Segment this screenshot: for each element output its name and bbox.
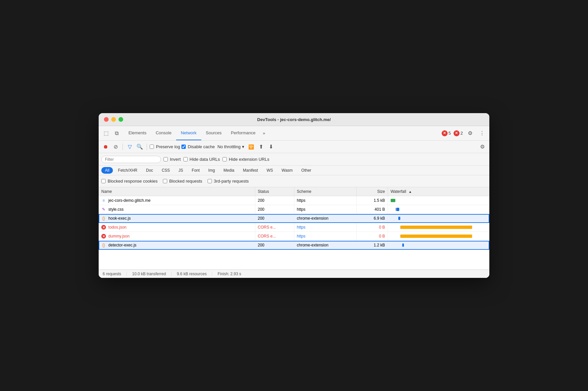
third-party-requests-checkbox[interactable]: 3rd-party requests [208,179,249,184]
row-status: CORS e... [255,223,294,232]
record-button[interactable]: ⏺ [101,143,110,151]
tab-console[interactable]: Console [151,126,176,140]
row-status: 200 [255,205,294,214]
device-toolbar-icon[interactable]: ⧉ [112,129,121,138]
row-waterfall [388,223,489,232]
hide-data-urls-checkbox[interactable]: Hide data URLs [183,157,220,162]
row-size: 1.2 kB [357,241,388,250]
waterfall-bar [402,243,404,247]
more-options-icon[interactable]: ⋮ [477,129,487,138]
hide-extension-urls-checkbox[interactable]: Hide extension URLs [222,157,269,162]
table-row[interactable]: {} hook-exec.js 200 chrome-extension 6.9… [99,214,489,223]
row-name: {} hook-exec.js [99,214,255,223]
network-table-wrapper: Name Status Scheme Size Waterfall ▲ ≡ [99,187,489,270]
row-status: 200 [255,214,294,223]
row-name: ✕ todos.json [99,223,255,232]
type-filter-all[interactable]: All [101,167,113,174]
col-header-waterfall[interactable]: Waterfall ▲ [388,187,489,196]
invert-checkbox[interactable]: Invert [164,157,181,162]
nav-tabs: Elements Console Network Sources Perform… [124,126,268,140]
row-waterfall [388,205,489,214]
table-row[interactable]: ✕ todos.json CORS e... https 0 B [99,223,489,232]
row-waterfall [388,241,489,250]
row-scheme: https [294,205,357,214]
type-filter-css[interactable]: CSS [158,167,173,174]
row-scheme: https [294,223,357,232]
filter-icon[interactable]: ▽ [125,143,134,151]
nav-icons: ⬚ ⧉ [101,129,121,138]
throttle-select[interactable]: No throttling ▾ [216,144,246,149]
blocked-response-cookies-checkbox[interactable]: Blocked response cookies [101,179,158,184]
col-header-size[interactable]: Size [357,187,388,196]
row-name: {} detector-exec.js [99,241,255,250]
tab-elements[interactable]: Elements [124,126,151,140]
type-filter-ws[interactable]: WS [263,167,276,174]
titlebar: DevTools - jec-cors-demo.glitch.me/ [99,113,489,126]
empty-row [99,250,489,270]
css-icon: ✎ [101,207,106,212]
row-name: ✎ style.css [99,205,255,214]
network-settings-icon[interactable]: ⚙ [478,143,487,151]
col-header-scheme[interactable]: Scheme [294,187,357,196]
more-tabs-button[interactable]: » [260,126,268,140]
table-row[interactable]: ✎ style.css 200 https 401 B [99,205,489,214]
row-size: 0 B [357,223,388,232]
maximize-button[interactable] [119,117,123,122]
table-row[interactable]: ✕ dummy.json CORS e... https 0 B [99,232,489,241]
waterfall-bar [398,217,400,220]
network-table: Name Status Scheme Size Waterfall ▲ ≡ [99,187,489,270]
table-row[interactable]: {} detector-exec.js 200 chrome-extension… [99,241,489,250]
type-filter-media[interactable]: Media [220,167,238,174]
inspect-element-icon[interactable]: ⬚ [101,129,111,138]
devtools-body: ⬚ ⧉ Elements Console Network Sources Per… [99,126,489,278]
type-filter-font[interactable]: Font [188,167,203,174]
error-icon: ✕ [101,234,106,239]
waterfall-bar-blue [396,208,399,211]
row-waterfall [388,232,489,241]
type-filter-fetch-xhr[interactable]: Fetch/XHR [114,167,141,174]
close-button[interactable] [104,117,109,122]
type-filter-manifest[interactable]: Manifest [239,167,262,174]
type-filter-js[interactable]: JS [175,167,187,174]
preserve-log-checkbox[interactable]: Preserve log [150,144,180,149]
nav-right: ✕ 5 ✕ 2 ⚙ ⋮ [442,129,487,138]
settings-icon[interactable]: ⚙ [466,129,475,138]
disable-cache-checkbox[interactable]: Disable cache [181,144,215,149]
error-badge-2: ✕ 2 [454,130,463,136]
clear-button[interactable]: ⊘ [111,143,120,151]
row-name: ≡ jec-cors-demo.glitch.me [99,196,255,205]
tab-sources[interactable]: Sources [201,126,226,140]
tab-network[interactable]: Network [176,126,201,140]
filter-input[interactable] [101,156,161,163]
row-size: 401 B [357,205,388,214]
minimize-button[interactable] [111,117,116,122]
row-status: CORS e... [255,232,294,241]
table-row[interactable]: ≡ jec-cors-demo.glitch.me 200 https 1.5 … [99,196,489,205]
status-finish: Finish: 2.93 s [218,272,246,276]
network-conditions-icon[interactable]: 🛜 [247,143,256,151]
js-icon: {} [101,216,106,221]
col-header-status[interactable]: Status [255,187,294,196]
nav-bar: ⬚ ⧉ Elements Console Network Sources Per… [99,126,489,141]
window-title: DevTools - jec-cors-demo.glitch.me/ [257,117,331,122]
tab-performance[interactable]: Performance [226,126,260,140]
search-icon[interactable]: 🔍 [135,143,144,151]
waterfall-bar [400,226,472,229]
type-filter-img[interactable]: Img [205,167,219,174]
row-status: 200 [255,241,294,250]
html-icon: ≡ [101,198,106,203]
type-filter-other[interactable]: Other [298,167,315,174]
row-waterfall [388,196,489,205]
toolbar: ⏺ ⊘ ▽ 🔍 Preserve log Disable cache No th… [99,141,489,153]
col-header-name[interactable]: Name [99,187,255,196]
type-filter-doc[interactable]: Doc [142,167,157,174]
import-icon[interactable]: ⬆ [257,143,266,151]
type-filter-wasm[interactable]: Wasm [278,167,297,174]
export-icon[interactable]: ⬇ [267,143,275,151]
row-name: ✕ dummy.json [99,232,255,241]
status-transferred: 10.0 kB transferred [132,272,172,276]
row-waterfall [388,214,489,223]
waterfall-bar [391,199,396,202]
waterfall-bar [400,235,472,238]
blocked-requests-checkbox[interactable]: Blocked requests [163,179,202,184]
